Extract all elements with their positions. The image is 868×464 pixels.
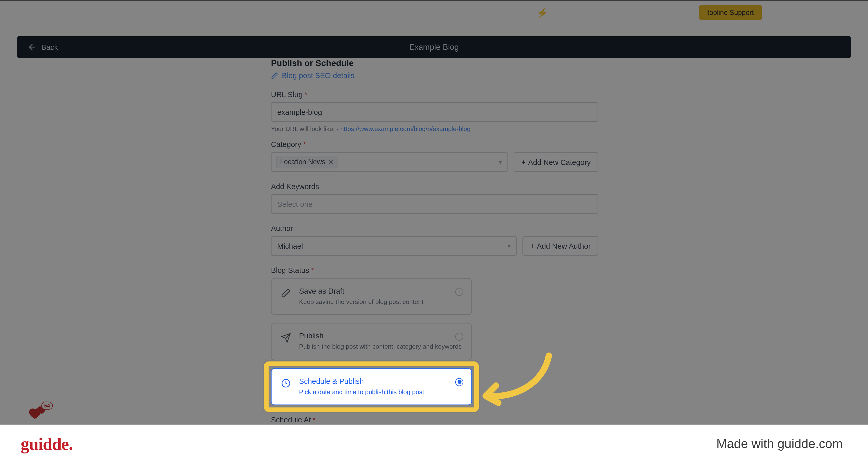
option-desc: Publish the blog post with content, cate… [299, 343, 461, 351]
add-author-button[interactable]: + Add New Author [523, 236, 598, 256]
radio-indicator [455, 333, 463, 341]
option-title: Publish [299, 332, 461, 341]
url-slug-input[interactable] [271, 102, 598, 121]
category-label: Category* [271, 140, 598, 149]
category-field: Category* Location News ✕ ▾ + Add New Ca… [271, 140, 598, 172]
required-marker: * [311, 266, 314, 274]
add-category-button[interactable]: + Add New Category [514, 152, 598, 172]
back-label: Back [41, 42, 58, 51]
required-marker: * [313, 415, 315, 424]
plus-icon: + [522, 157, 526, 166]
section-title: Publish or Schedule [271, 58, 598, 67]
status-option-schedule[interactable]: Schedule & Publish Pick a date and time … [271, 368, 472, 405]
author-field: Author Michael ▾ + Add New Author [271, 224, 598, 256]
clock-icon [281, 378, 291, 388]
back-button[interactable]: Back [27, 42, 58, 52]
guidde-logo: guidde. [21, 434, 73, 454]
remove-chip-icon[interactable]: ✕ [328, 158, 333, 166]
arrow-left-icon [27, 42, 37, 52]
radio-indicator [455, 378, 463, 386]
schedule-at-field: Schedule At* [271, 415, 598, 424]
keywords-label: Add Keywords [271, 182, 598, 191]
pencil-icon [281, 288, 291, 298]
radio-indicator [455, 288, 463, 296]
guidde-footer: guidde. Made with guidde.com [0, 425, 868, 463]
hearts-widget[interactable]: 54 [27, 405, 48, 425]
chevron-down-icon: ▾ [499, 159, 502, 165]
url-preview-link[interactable]: https://www.example.com/blog/b/example-b… [340, 125, 470, 132]
url-slug-hint: Your URL will look like: - https://www.e… [271, 125, 598, 132]
category-chip: Location News ✕ [276, 156, 338, 168]
required-marker: * [304, 90, 307, 99]
guidde-credit: Made with guidde.com [716, 436, 843, 452]
highlight-cutout: Schedule & Publish Pick a date and time … [271, 368, 472, 405]
url-slug-label: URL Slug* [271, 90, 598, 99]
author-select[interactable]: Michael ▾ [271, 236, 517, 256]
status-option-publish[interactable]: Publish Publish the blog post with conte… [271, 323, 472, 360]
option-desc: Pick a date and time to publish this blo… [299, 388, 424, 397]
author-label: Author [271, 224, 598, 233]
page-title: Example Blog [409, 42, 459, 52]
seo-details-link[interactable]: Blog post SEO details [271, 71, 598, 80]
required-marker: * [303, 140, 306, 149]
status-option-draft[interactable]: Save as Draft Keep saving the version of… [271, 278, 472, 315]
bolt-icon: ⚡ [537, 7, 548, 18]
keywords-field: Add Keywords Select one [271, 182, 598, 213]
pencil-icon [271, 72, 278, 79]
send-icon [281, 333, 291, 343]
option-title: Save as Draft [299, 287, 423, 295]
url-slug-field: URL Slug* Your URL will look like: - htt… [271, 90, 598, 132]
option-desc: Keep saving the version of blog post con… [299, 297, 423, 306]
plus-icon: + [530, 241, 535, 250]
seo-link-label: Blog post SEO details [282, 71, 354, 80]
chevron-down-icon: ▾ [508, 242, 510, 249]
blog-status-label: Blog Status* [271, 266, 598, 274]
schedule-at-label: Schedule At* [271, 415, 598, 424]
keywords-select[interactable]: Select one [271, 194, 598, 213]
top-utility-bar: ⚡ topline Support [0, 1, 868, 23]
support-button[interactable]: topline Support [700, 5, 762, 20]
hearts-count-badge: 54 [41, 402, 53, 409]
page-header-bar: Back Example Blog [17, 36, 851, 58]
option-title: Schedule & Publish [299, 377, 424, 385]
category-select[interactable]: Location News ✕ ▾ [271, 152, 508, 172]
